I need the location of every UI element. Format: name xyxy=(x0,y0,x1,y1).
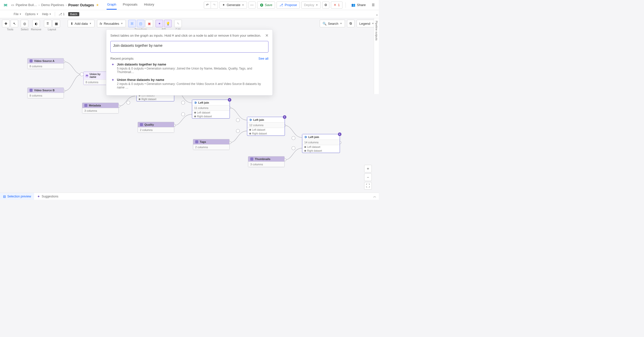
chevron-down-icon: ▼ xyxy=(242,4,244,6)
collapse-rail-icon[interactable]: « xyxy=(376,13,378,17)
chevron-down-icon: ▼ xyxy=(340,22,342,25)
zoom-fit-button[interactable]: ⛶ xyxy=(364,182,372,190)
panel-toggle-button[interactable]: ☰ xyxy=(370,2,377,9)
node-thumbnails[interactable]: Thumbnails 3 columns xyxy=(248,156,285,167)
deploy-button[interactable]: Deploy ▼ xyxy=(301,2,321,9)
layout-grid[interactable]: ▦ xyxy=(53,20,60,27)
fx-icon: fx xyxy=(100,22,102,26)
select-tool[interactable]: ◎ xyxy=(21,20,28,27)
port-right: Right dataset xyxy=(252,132,267,135)
top-bar: ▭ Pipeline Buil… › Demo Pipelines › Powe… xyxy=(0,0,379,10)
prompt-input[interactable] xyxy=(113,43,266,48)
recent-prompts-label: Recent prompts xyxy=(110,57,134,60)
help-menu[interactable]: Help▼ xyxy=(42,12,52,16)
pan-tool[interactable]: ✥ xyxy=(2,20,10,27)
join-icon: ◑ xyxy=(304,135,307,139)
close-button[interactable]: ✕ xyxy=(264,33,269,38)
reusables-button[interactable]: fx Reusables ▼ xyxy=(97,20,126,27)
recent-desc: 5 inputs & 0 outputs • Generation summar… xyxy=(117,67,267,74)
zoom-in-button[interactable]: ＋ xyxy=(364,165,372,172)
node-quality[interactable]: Quality 2 columns xyxy=(138,122,174,133)
error-button[interactable]: ✕ 1 xyxy=(331,2,342,9)
save-label: Save xyxy=(265,3,273,7)
add-data-label: Add data xyxy=(75,22,88,26)
node-union-by-name[interactable]: ⬒Union by name 8 columns xyxy=(83,72,107,85)
mode-badge[interactable]: Batch xyxy=(68,12,79,16)
tab-graph[interactable]: Graph xyxy=(107,3,117,10)
transform-join[interactable]: ◫ xyxy=(137,20,144,27)
edit-tool[interactable]: ✎ xyxy=(174,20,182,27)
node-left-join-2[interactable]: ✦ ◑Left join 11 columns Left dataset Rig… xyxy=(192,100,230,119)
transform-filter[interactable]: ▣ xyxy=(145,20,153,27)
error-count: 1 xyxy=(338,3,340,7)
people-icon: 👥 xyxy=(351,3,355,7)
list-icon: ▤ xyxy=(3,195,6,198)
save-button[interactable]: Save xyxy=(257,2,275,9)
chevron-down-icon: ▼ xyxy=(121,22,123,25)
tab-selection-preview[interactable]: ▤ Selection preview xyxy=(0,193,34,200)
prompt-input-wrap[interactable] xyxy=(110,41,268,53)
options-menu[interactable]: Options▼ xyxy=(25,12,38,16)
share-button[interactable]: 👥 Share xyxy=(349,2,368,9)
recent-prompt-item[interactable]: ✦ Union these datasets by name 2 inputs … xyxy=(110,76,268,91)
undo-button[interactable]: ↶ xyxy=(204,2,211,9)
table-icon xyxy=(140,123,143,126)
node-columns: 8 columns xyxy=(28,93,64,98)
recent-prompt-item[interactable]: ✦ Join datasets together by name 5 input… xyxy=(110,60,268,76)
node-columns: 12 columns xyxy=(247,122,285,128)
zoom-controls: ＋ － ⛶ xyxy=(364,165,372,190)
node-left-join-4[interactable]: ✦ ◑Left join 14 columns Left dataset Rig… xyxy=(302,134,340,153)
node-title: Tags xyxy=(200,140,206,143)
node-tags[interactable]: Tags 2 columns xyxy=(193,139,230,150)
search-button[interactable]: 🔍 Search ▼ xyxy=(320,20,345,27)
recent-desc: 2 inputs & 0 outputs • Generation summar… xyxy=(117,82,267,89)
share-label: Share xyxy=(357,3,366,7)
node-metadata[interactable]: Metadata 3 columns xyxy=(82,103,119,114)
legend-label: Legend xyxy=(359,22,370,26)
node-video-source-a[interactable]: Video Source A 8 columns xyxy=(27,58,64,69)
node-video-source-b[interactable]: Video Source B 8 columns xyxy=(27,87,64,98)
chevron-right-icon: › xyxy=(39,3,40,7)
pointer-tool[interactable]: ↖ xyxy=(11,20,18,27)
svg-point-17 xyxy=(292,136,295,140)
breadcrumb-app[interactable]: Pipeline Buil… xyxy=(16,3,37,7)
breadcrumb-folder[interactable]: Demo Pipelines xyxy=(41,3,64,7)
node-columns: 2 columns xyxy=(138,127,174,132)
chevron-down-icon: ▼ xyxy=(316,4,318,6)
layout-auto[interactable]: ⠿ xyxy=(44,20,52,27)
tab-suggestions[interactable]: ✦ Suggestions xyxy=(34,193,61,200)
generate-button[interactable]: ✦ Generate ▼ xyxy=(219,2,247,9)
branch-indicator[interactable]: ⎇ 1 xyxy=(59,12,65,16)
tab-history[interactable]: History xyxy=(143,3,155,10)
close-icon: ✕ xyxy=(334,3,336,7)
link-toggle[interactable]: ⧉ xyxy=(347,20,355,27)
file-menu[interactable]: File▼ xyxy=(14,12,21,16)
branch-count: 1 xyxy=(63,12,65,16)
pipeline-outputs-rail[interactable]: Pipeline outputs xyxy=(374,18,379,94)
add-data-button[interactable]: ⬇ Add data ▼ xyxy=(68,20,94,27)
breadcrumb: ▭ Pipeline Buil… › Demo Pipelines › Powe… xyxy=(11,3,99,7)
see-all-link[interactable]: See all xyxy=(258,57,268,60)
port-right: Right dataset xyxy=(307,149,322,152)
footer-expand-icon[interactable]: ︽ xyxy=(373,194,379,198)
folder-icon: ▭ xyxy=(11,3,14,7)
sparkle-icon: ✦ xyxy=(222,3,225,7)
table-icon xyxy=(30,89,33,92)
sub-bar: File▼ Options▼ Help▼ ⎇ 1 Batch xyxy=(0,10,379,18)
zoom-out-button[interactable]: － xyxy=(364,173,372,181)
more-button[interactable]: ⋯ xyxy=(249,2,256,9)
node-title: Left join xyxy=(253,118,264,121)
settings-button[interactable]: ⚙ xyxy=(322,2,329,9)
propose-button[interactable]: ⎇ Propose xyxy=(277,2,300,9)
redo-button[interactable]: ↷ xyxy=(211,2,218,9)
remove-tool[interactable]: ◐ xyxy=(32,20,40,27)
aip-idea[interactable]: 💡 xyxy=(164,20,172,27)
aip-wand[interactable]: ✦ xyxy=(156,20,163,27)
transform-flow[interactable]: ☵ xyxy=(128,20,136,27)
tab-proposals[interactable]: Proposals xyxy=(122,3,138,10)
star-icon[interactable]: ★ xyxy=(96,3,99,7)
recent-title: Union these datasets by name xyxy=(117,78,267,82)
sparkle-icon: ✦ xyxy=(37,194,40,198)
node-left-join-3[interactable]: ✦ ◑Left join 12 columns Left dataset Rig… xyxy=(247,117,285,136)
table-icon xyxy=(84,104,87,107)
